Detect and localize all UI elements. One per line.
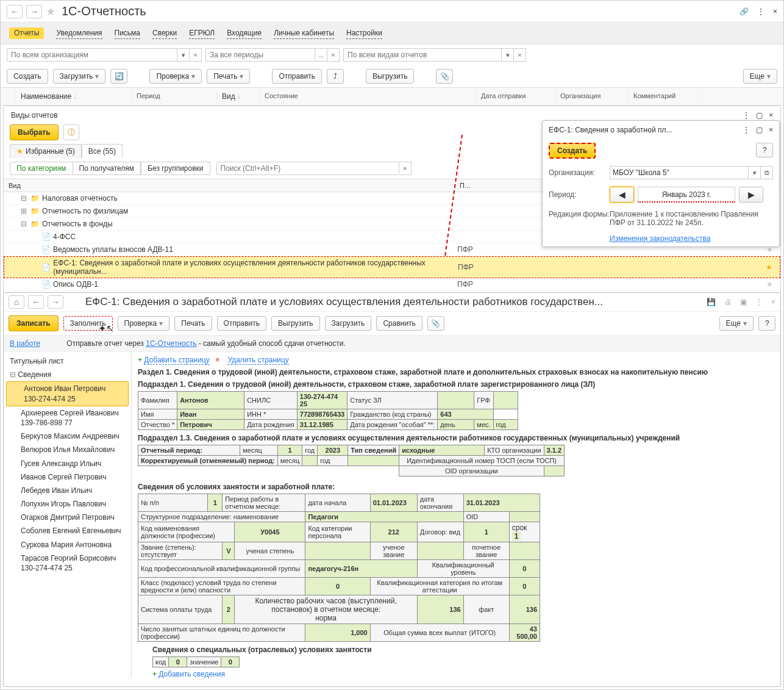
back-button[interactable]: ←: [7, 5, 23, 18]
d-help-button[interactable]: ?: [758, 316, 775, 331]
del-page-link[interactable]: Удалить страницу: [227, 356, 288, 365]
tab-favorites[interactable]: ★Избранные (5): [10, 144, 82, 158]
d-back-button[interactable]: ←: [28, 295, 44, 309]
cat-no-group[interactable]: Без группировки: [141, 162, 210, 175]
person-item[interactable]: Велюров Илья Михайлович: [4, 443, 131, 456]
popup-org-open[interactable]: ⧉: [761, 166, 773, 179]
filter-org-dropdown[interactable]: ▾: [177, 48, 190, 62]
changes-link[interactable]: Изменения законодательства: [610, 234, 711, 243]
help-button[interactable]: ?: [756, 143, 773, 157]
popup-more-icon[interactable]: ⋮: [743, 126, 750, 134]
link-icon[interactable]: 🔗: [739, 7, 749, 16]
tab-sverki[interactable]: Сверки: [152, 27, 177, 39]
filter-period[interactable]: [205, 48, 315, 62]
person-item[interactable]: Лопухин Игорь Павлович: [4, 497, 131, 511]
d-pane-icon[interactable]: ▣: [740, 298, 747, 306]
popup-create-button[interactable]: Создать: [549, 143, 596, 159]
tab-inbox[interactable]: Входящие: [227, 27, 262, 39]
choose-button[interactable]: Выбрать: [10, 124, 59, 140]
person-item[interactable]: Тарасов Георгий Борисович 130-274-474 25: [4, 552, 131, 575]
d-fwd-button[interactable]: →: [48, 295, 63, 309]
tree-row[interactable]: 📄 Опись ОДВ-1ПФР★: [4, 278, 780, 291]
detail-title: ЕФС-1: Сведения о заработной плате и усл…: [85, 296, 703, 308]
popup-close-icon[interactable]: ×: [769, 126, 773, 134]
vidy-more-icon[interactable]: ⋮: [743, 111, 750, 120]
export-button[interactable]: Выгрузить: [366, 69, 415, 84]
cat-by-recipient[interactable]: По получателям: [73, 162, 141, 175]
tree-row[interactable]: 📄 ЕФС-1: Сведения о заработной плате и у…: [4, 256, 780, 278]
create-button[interactable]: Создать: [7, 69, 48, 84]
load-button[interactable]: Загрузить: [53, 69, 106, 84]
person-item[interactable]: Огарков Дмитрий Петрович: [4, 511, 131, 524]
info-icon[interactable]: ⓘ: [63, 124, 79, 140]
filter-type-dropdown[interactable]: ▾: [502, 48, 514, 62]
d-export-button[interactable]: Выгрузить: [271, 316, 320, 331]
search-clear[interactable]: ×: [399, 162, 412, 175]
person-item[interactable]: Антонов Иван Петрович 130-274-474 25: [6, 381, 129, 406]
person-item[interactable]: Соболев Евгений Евгеньевич: [4, 524, 131, 537]
cat-by-category[interactable]: По категориям: [10, 162, 73, 175]
filter-period-picker[interactable]: ...: [315, 48, 327, 62]
period-prev-button[interactable]: ◀: [610, 187, 634, 203]
person-item[interactable]: Гусев Александр Ильич: [4, 457, 131, 470]
filter-org-clear[interactable]: ×: [190, 48, 202, 62]
search-input[interactable]: [216, 162, 399, 175]
nav-title-page[interactable]: Титульный лист: [4, 354, 131, 368]
add-sved-link[interactable]: Добавить сведения: [159, 670, 225, 678]
tab-reports[interactable]: Отчеты: [9, 27, 44, 39]
send-extra-icon[interactable]: ⤴: [327, 69, 344, 84]
more-button[interactable]: Еще: [743, 69, 777, 84]
tab-cabinets[interactable]: Личные кабинеты: [274, 27, 334, 39]
d-save-icon[interactable]: 💾: [707, 298, 716, 306]
tab-notifications[interactable]: Уведомления: [56, 27, 102, 39]
status-link[interactable]: В работе: [10, 339, 40, 348]
favorite-star-icon[interactable]: ★: [46, 5, 55, 18]
person-item[interactable]: Лебедев Иван Ильич: [4, 484, 131, 497]
person-item[interactable]: Беркутов Максим Андреевич: [4, 429, 131, 443]
add-page-link[interactable]: Добавить страницу: [144, 356, 209, 365]
d-compare-button[interactable]: Сравнить: [376, 316, 422, 331]
d-home-button[interactable]: ⌂: [9, 295, 24, 309]
d-print-button[interactable]: Печать: [174, 316, 212, 331]
close-icon[interactable]: ×: [773, 7, 777, 16]
filter-type-clear[interactable]: ×: [514, 48, 526, 62]
d-load-button[interactable]: Загрузить: [325, 316, 372, 331]
d-attach-icon[interactable]: 📎: [427, 316, 444, 331]
person-item[interactable]: Суркова Мария Антоновна: [4, 538, 131, 552]
send-button[interactable]: Отправить: [272, 69, 322, 84]
d-check-button[interactable]: Проверка: [118, 316, 170, 331]
person-item[interactable]: Иванов Сергей Петрович: [4, 470, 131, 484]
write-button[interactable]: Записать: [9, 315, 59, 331]
filter-type[interactable]: [343, 48, 502, 62]
tab-settings[interactable]: Настройки: [346, 27, 382, 39]
tab-letters[interactable]: Письма: [115, 27, 141, 39]
popup-org-input[interactable]: [610, 166, 749, 179]
d-send-button[interactable]: Отправить: [217, 316, 267, 331]
period-value[interactable]: Январь 2023 г.: [638, 187, 735, 203]
period-next-button[interactable]: ▶: [739, 187, 763, 203]
filter-period-clear[interactable]: ×: [327, 48, 340, 62]
forward-button[interactable]: →: [26, 5, 42, 18]
d-more-button[interactable]: Еще: [719, 316, 754, 331]
cursor-icon: ✦↖: [98, 323, 114, 334]
popup-org-dd[interactable]: ▾: [749, 166, 761, 179]
popup-max-icon[interactable]: ▢: [756, 126, 763, 134]
vidy-close-icon[interactable]: ×: [769, 111, 773, 120]
d-print-icon[interactable]: 🖨: [724, 298, 732, 306]
vidy-title: Виды отчетов: [11, 111, 58, 120]
print-button[interactable]: Печать: [207, 69, 250, 84]
nav-svedeniya[interactable]: ⊟ Сведения: [4, 368, 131, 381]
vidy-maximize-icon[interactable]: ▢: [756, 111, 763, 120]
tab-egrul[interactable]: ЕГРЮЛ: [189, 27, 215, 39]
d-more-icon[interactable]: ⋮: [755, 298, 763, 306]
info-link[interactable]: 1С-Отчетность: [146, 339, 196, 348]
d-close-icon[interactable]: ×: [771, 298, 775, 306]
check-button[interactable]: Проверка: [149, 69, 202, 84]
refresh-icon[interactable]: 🔄: [110, 69, 127, 84]
person-item[interactable]: Архиереев Сергей Иванович 139-786-898 77: [4, 406, 131, 429]
filter-org[interactable]: [7, 48, 177, 62]
popup-title: ЕФС-1: Сведения о заработной пл...: [549, 126, 672, 134]
more-icon[interactable]: ⋮: [757, 7, 764, 16]
attach-icon[interactable]: 📎: [436, 69, 453, 84]
tab-all[interactable]: Все (55): [82, 144, 123, 158]
